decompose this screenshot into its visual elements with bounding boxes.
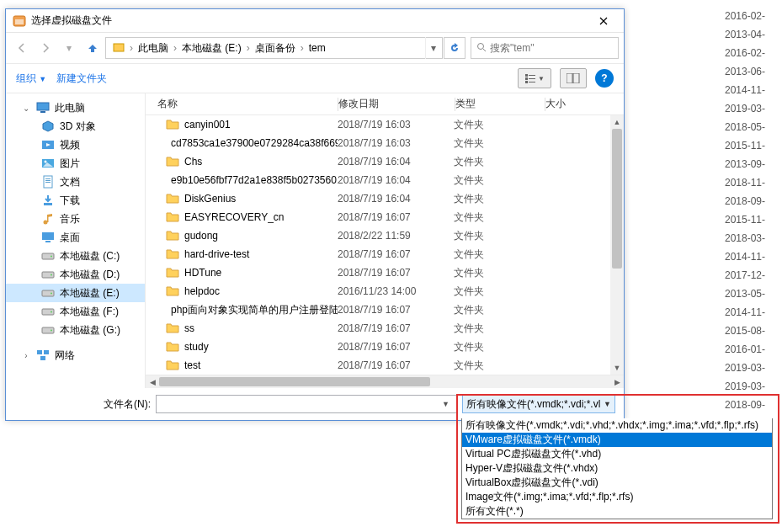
tree-item-8[interactable]: 本地磁盘 (D:) bbox=[6, 265, 145, 284]
horizontal-scrollbar[interactable]: ◀ ▶ bbox=[146, 375, 624, 388]
view-mode-button[interactable]: ▼ bbox=[518, 68, 551, 88]
tree-item-6[interactable]: 桌面 bbox=[6, 228, 145, 247]
filetype-combo[interactable]: 所有映像文件(*.vmdk;*.vdi;*.vl ▼ bbox=[462, 395, 615, 413]
tree-item-4[interactable]: 下载 bbox=[6, 191, 145, 210]
tree-item-5[interactable]: 音乐 bbox=[6, 210, 145, 228]
filetype-option-0[interactable]: 所有映像文件(*.vmdk;*.vdi;*.vhd;*.vhdx;*.img;*… bbox=[462, 418, 772, 433]
file-row[interactable]: cd7853ca1e37900e0729284ca38f669...2018/7… bbox=[146, 134, 624, 152]
file-name: study bbox=[184, 341, 209, 353]
file-row[interactable]: DiskGenius2018/7/19 16:04文件夹 bbox=[146, 189, 624, 208]
file-row[interactable]: test2018/7/19 16:07文件夹 bbox=[146, 356, 624, 375]
tree-network[interactable]: › 网络 bbox=[6, 346, 145, 364]
drive-icon bbox=[41, 305, 55, 318]
tree-item-10[interactable]: 本地磁盘 (F:) bbox=[6, 302, 145, 321]
svg-rect-36 bbox=[37, 350, 42, 354]
filetype-option-6[interactable]: 所有文件(*.*) bbox=[462, 504, 772, 519]
bg-date: 2019-03- bbox=[725, 377, 765, 396]
breadcrumb-seg-2[interactable]: 桌面备份 bbox=[250, 38, 301, 58]
refresh-button[interactable] bbox=[444, 37, 465, 59]
tree-item-3[interactable]: 文档 bbox=[6, 173, 145, 191]
file-row[interactable]: Chs2018/7/19 16:04文件夹 bbox=[146, 152, 624, 171]
file-row[interactable]: ss2018/7/19 16:07文件夹 bbox=[146, 319, 624, 338]
new-folder-link[interactable]: 新建文件夹 bbox=[56, 72, 107, 86]
organize-link[interactable]: 组织 ▼ bbox=[16, 72, 46, 86]
filetype-option-3[interactable]: Hyper-V虚拟磁盘文件(*.vhdx) bbox=[462, 461, 772, 476]
bg-date: 2018-11- bbox=[725, 173, 765, 192]
breadcrumb-dropdown[interactable]: ▾ bbox=[425, 37, 440, 59]
up-button[interactable] bbox=[82, 37, 104, 59]
svg-point-27 bbox=[51, 256, 52, 258]
network-icon bbox=[36, 348, 50, 362]
breadcrumb[interactable]: › 此电脑› 本地磁盘 (E:)› 桌面备份› tem ▾ bbox=[105, 37, 443, 59]
vertical-scrollbar[interactable]: ▲ ▼ bbox=[610, 115, 624, 375]
svg-rect-13 bbox=[40, 111, 45, 113]
filename-input[interactable] bbox=[160, 398, 439, 410]
file-date: 2018/7/19 16:07 bbox=[338, 304, 454, 316]
image-icon bbox=[41, 157, 55, 170]
header-size[interactable]: 大小 bbox=[545, 97, 610, 111]
cube-icon bbox=[41, 120, 55, 133]
file-type: 文件夹 bbox=[454, 247, 543, 262]
tree-this-pc[interactable]: ⌄ 此电脑 bbox=[6, 98, 145, 117]
search-input[interactable] bbox=[490, 42, 616, 54]
file-name: test bbox=[184, 359, 200, 371]
file-row[interactable]: EASYRECOVERY_cn2018/7/19 16:07文件夹 bbox=[146, 208, 624, 226]
filename-dropdown-icon[interactable]: ▼ bbox=[439, 400, 453, 408]
scroll-left-icon[interactable]: ◀ bbox=[146, 378, 159, 386]
file-row[interactable]: gudong2018/2/22 11:59文件夹 bbox=[146, 226, 624, 245]
breadcrumb-seg-3[interactable]: tem bbox=[304, 38, 331, 58]
svg-rect-19 bbox=[45, 180, 51, 181]
breadcrumb-root-icon[interactable] bbox=[108, 38, 130, 58]
filetype-option-4[interactable]: VirtualBox虚拟磁盘文件(*.vdi) bbox=[462, 476, 772, 490]
file-row[interactable]: study2018/7/19 16:07文件夹 bbox=[146, 338, 624, 356]
help-button[interactable]: ? bbox=[595, 69, 614, 88]
file-type: 文件夹 bbox=[454, 155, 543, 169]
filename-combo[interactable]: ▼ bbox=[156, 395, 457, 413]
collapse-icon[interactable]: ⌄ bbox=[21, 104, 31, 113]
tree-item-2[interactable]: 图片 bbox=[6, 154, 145, 173]
expand-icon[interactable]: › bbox=[21, 351, 31, 360]
forward-button[interactable] bbox=[35, 37, 56, 59]
bg-date: 2016-02- bbox=[725, 44, 765, 62]
file-row[interactable]: canyin0012018/7/19 16:03文件夹 bbox=[146, 115, 624, 134]
search-box[interactable] bbox=[471, 37, 619, 59]
scroll-up-icon[interactable]: ▲ bbox=[610, 115, 624, 129]
tree-item-7[interactable]: 本地磁盘 (C:) bbox=[6, 247, 145, 265]
bg-date: 2014-11- bbox=[725, 247, 765, 266]
scroll-down-icon[interactable]: ▼ bbox=[610, 361, 624, 375]
header-type[interactable]: 类型 bbox=[455, 97, 545, 111]
file-date: 2018/7/19 16:07 bbox=[338, 322, 454, 334]
tree-item-0[interactable]: 3D 对象 bbox=[6, 117, 145, 136]
drive-icon bbox=[41, 323, 55, 337]
file-row[interactable]: php面向对象实现简单的用户注册登陆2018/7/19 16:07文件夹 bbox=[146, 301, 624, 319]
svg-rect-4 bbox=[525, 74, 528, 77]
file-name: EASYRECOVERY_cn bbox=[184, 211, 285, 223]
filetype-dropdown-icon[interactable]: ▼ bbox=[604, 400, 611, 408]
file-row[interactable]: hard-drive-test2018/7/19 16:07文件夹 bbox=[146, 245, 624, 263]
scroll-right-icon[interactable]: ▶ bbox=[610, 378, 624, 386]
file-row[interactable]: HDTune2018/7/19 16:07文件夹 bbox=[146, 263, 624, 282]
breadcrumb-seg-1[interactable]: 本地磁盘 (E:) bbox=[177, 38, 247, 58]
header-date[interactable]: 修改日期 bbox=[338, 97, 455, 111]
tree-item-1[interactable]: 视频 bbox=[6, 136, 145, 154]
filetype-option-2[interactable]: Virtual PC虚拟磁盘文件(*.vhd) bbox=[462, 447, 772, 461]
file-name-cell: test bbox=[146, 359, 338, 371]
bg-date: 2013-05- bbox=[725, 285, 765, 303]
file-row[interactable]: helpdoc2016/11/23 14:00文件夹 bbox=[146, 282, 624, 301]
tree-item-11[interactable]: 本地磁盘 (G:) bbox=[6, 321, 145, 339]
file-date: 2018/7/19 16:03 bbox=[338, 137, 454, 149]
recent-button[interactable]: ▾ bbox=[58, 37, 80, 59]
back-button[interactable] bbox=[11, 37, 33, 59]
file-row[interactable]: e9b10e56fbf77d2a1e838f5b0273560...2018/7… bbox=[146, 171, 624, 189]
filetype-option-1[interactable]: VMware虚拟磁盘文件(*.vmdk) bbox=[462, 433, 772, 447]
tree-item-9[interactable]: 本地磁盘 (E:) bbox=[6, 284, 145, 302]
preview-pane-button[interactable] bbox=[560, 68, 587, 88]
dialog-body: ⌄ 此电脑 3D 对象视频图片文档下载音乐桌面本地磁盘 (C:)本地磁盘 (D:… bbox=[6, 93, 624, 388]
close-button[interactable] bbox=[587, 9, 620, 32]
filetype-option-5[interactable]: Image文件(*.img;*.ima;*.vfd;*.flp;*.rfs) bbox=[462, 490, 772, 504]
tree-label: 此电脑 bbox=[55, 101, 85, 115]
breadcrumb-seg-0[interactable]: 此电脑 bbox=[133, 38, 173, 58]
header-name[interactable]: 名称 bbox=[146, 97, 338, 111]
file-type: 文件夹 bbox=[454, 303, 543, 317]
filetype-dropdown-list: 所有映像文件(*.vmdk;*.vdi;*.vhd;*.vhdx;*.img;*… bbox=[461, 418, 773, 519]
